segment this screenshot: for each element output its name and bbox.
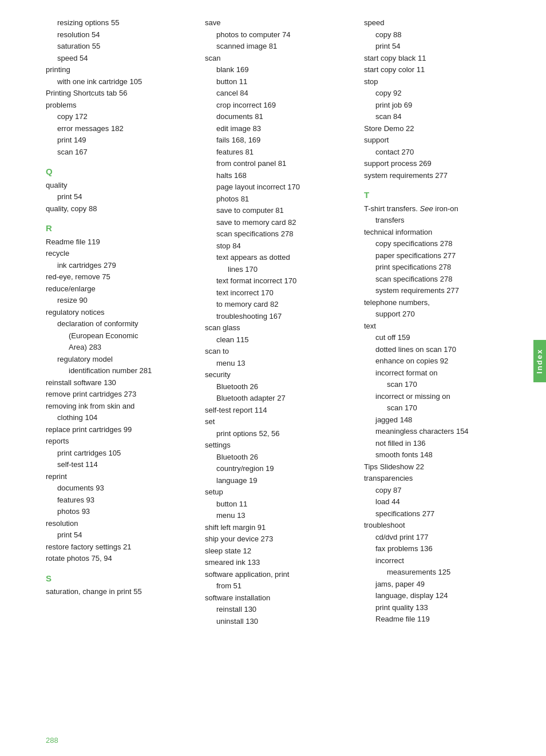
page-number: 288 <box>46 736 58 745</box>
index-entry: button 11 <box>205 498 353 510</box>
index-entry: photos to computer 74 <box>205 29 353 41</box>
index-entry: country/region 19 <box>205 463 353 474</box>
index-entry: replace print cartridges 99 <box>46 424 193 436</box>
index-tab: Index <box>533 340 546 382</box>
index-entry: copy specifications 278 <box>364 238 512 250</box>
index-entry: from control panel 81 <box>205 158 353 169</box>
section-header-s: S <box>46 572 193 585</box>
index-entry: save <box>205 17 353 29</box>
index-entry: documents 81 <box>205 111 353 122</box>
index-entry: scan specifications 278 <box>205 228 353 240</box>
index-entry: start copy black 11 <box>364 53 512 64</box>
index-entry: troubleshoot <box>364 520 512 531</box>
index-entry: copy 88 <box>364 29 512 41</box>
index-entry: not filled in 136 <box>364 438 512 449</box>
index-entry: Store Demo 22 <box>364 123 512 134</box>
index-entry: Printing Shortcuts tab 56 <box>46 88 193 99</box>
index-entry: features 93 <box>46 494 193 506</box>
index-entry: with one ink cartridge 105 <box>46 76 193 88</box>
index-entry: saturation 55 <box>46 41 193 52</box>
index-entry: quality, copy 88 <box>46 203 193 215</box>
index-entry: smooth fonts 148 <box>364 449 512 461</box>
index-entry: Bluetooth 26 <box>205 381 353 393</box>
index-entry: text format incorrect 170 <box>205 275 353 287</box>
index-entry: ship your device 273 <box>205 533 353 545</box>
index-entry: text <box>364 320 512 332</box>
index-entry: print job 69 <box>364 100 512 111</box>
index-entry: sleep state 12 <box>205 545 353 557</box>
index-entry: copy 92 <box>364 88 512 99</box>
index-entry: fails 168, 169 <box>205 134 353 146</box>
index-entry: cut off 159 <box>364 332 512 343</box>
index-entry: ink cartridges 279 <box>46 260 193 271</box>
section-header-r: R <box>46 222 193 235</box>
index-entry: language, display 124 <box>364 590 512 601</box>
index-entry: support <box>364 134 512 146</box>
index-entry: stop <box>364 76 512 88</box>
index-entry: scan 170 <box>364 402 512 414</box>
index-entry: clean 115 <box>205 334 353 346</box>
index-entry: scan to <box>205 346 353 357</box>
index-entry: remove print cartridges 273 <box>46 389 193 400</box>
index-entry: features 81 <box>205 147 353 158</box>
index-entry: print 54 <box>46 529 193 541</box>
index-entry: photos 81 <box>205 193 353 205</box>
index-entry: text appears as dotted <box>205 252 353 263</box>
index-entry: stop 84 <box>205 240 353 252</box>
index-entry: halts 168 <box>205 170 353 181</box>
index-entry: speed <box>364 17 512 29</box>
index-entry: page layout incorrect 170 <box>205 181 353 193</box>
index-entry: crop incorrect 169 <box>205 100 353 111</box>
index-entry: saturation, change in print 55 <box>46 586 193 597</box>
section-header-t: T <box>364 189 512 202</box>
index-entry: reinstall software 130 <box>46 377 193 389</box>
index-entry: software installation <box>205 592 353 604</box>
index-entry: jagged 148 <box>364 414 512 426</box>
index-entry: printing <box>46 64 193 76</box>
index-entry: transfers <box>364 215 512 226</box>
index-entry: regulatory notices <box>46 307 193 318</box>
index-entry: scan 84 <box>364 111 512 122</box>
index-entry: quality <box>46 180 193 191</box>
index-entry: telephone numbers, <box>364 297 512 308</box>
index-entry: save to computer 81 <box>205 205 353 216</box>
index-entry: security <box>205 369 353 381</box>
index-entry: problems <box>46 100 193 111</box>
index-entry: clothing 104 <box>46 412 193 423</box>
section-header-q: Q <box>46 165 193 179</box>
index-entry: print 54 <box>46 191 193 203</box>
index-entry: blank 169 <box>205 64 353 76</box>
column-2: savephotos to computer 74scanned image 8… <box>205 17 364 627</box>
index-entry: Area) 283 <box>46 342 193 353</box>
index-entry: support process 269 <box>364 158 512 169</box>
index-entry: technical information <box>364 227 512 238</box>
index-entry: print quality 133 <box>364 602 512 613</box>
index-entry: fax problems 136 <box>364 543 512 555</box>
index-tab-text: Index <box>535 349 544 374</box>
index-entry: support 270 <box>364 308 512 320</box>
index-entry: incorrect format on <box>364 367 512 379</box>
index-entry: restore factory settings 21 <box>46 541 193 553</box>
index-entry: lines 170 <box>205 264 353 275</box>
index-entry: Bluetooth 26 <box>205 452 353 463</box>
index-entry: Readme file 119 <box>46 236 193 248</box>
index-entry: scan 170 <box>364 379 512 390</box>
index-entry: print 54 <box>364 41 512 52</box>
index-entry: identification number 281 <box>46 365 193 377</box>
index-entry: speed 54 <box>46 53 193 64</box>
index-entry: error messages 182 <box>46 123 193 134</box>
index-entry: reports <box>46 436 193 447</box>
index-entry: menu 13 <box>205 510 353 521</box>
index-entry: settings <box>205 440 353 451</box>
index-entry: to memory card 82 <box>205 299 353 310</box>
index-entry: text incorrect 170 <box>205 287 353 299</box>
index-entry: T-shirt transfers. See iron-on <box>364 203 512 215</box>
index-entry: scan glass <box>205 322 353 334</box>
index-entry: reprint <box>46 471 193 482</box>
index-entry: Tips Slideshow 22 <box>364 461 512 473</box>
index-entry: resize 90 <box>46 295 193 306</box>
index-entry: software application, print <box>205 569 353 580</box>
index-entry: start copy color 11 <box>364 64 512 76</box>
index-entry: declaration of conformity <box>46 318 193 330</box>
index-entry: recycle <box>46 248 193 259</box>
